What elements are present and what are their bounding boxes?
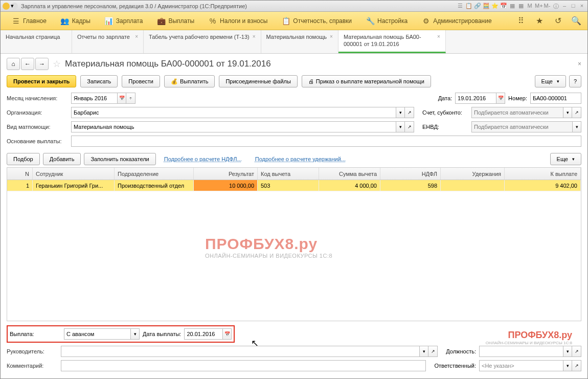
dropdown-icon[interactable]: ▾ — [396, 121, 405, 132]
menu-taxes[interactable]: %Налоги и взносы — [201, 12, 275, 30]
tab-close-icon[interactable]: × — [253, 33, 256, 40]
menu-salary[interactable]: 📊Зарплата — [98, 12, 150, 30]
help-icon[interactable]: ⓘ — [552, 3, 559, 10]
post-button[interactable]: Провести — [122, 75, 160, 87]
post-and-close-button[interactable]: Провести и закрыть — [7, 75, 76, 87]
dropdown-icon[interactable]: ▾ — [563, 346, 572, 357]
calendar-icon[interactable]: 📅 — [117, 93, 126, 104]
table-more-button[interactable]: Еще — [550, 153, 581, 165]
add-button[interactable]: Добавить — [43, 153, 81, 165]
menu-settings[interactable]: 🔧Настройка — [359, 12, 415, 30]
account-input[interactable] — [471, 107, 563, 118]
open-icon[interactable]: ↗ — [572, 360, 581, 371]
clipboard-icon: 📋 — [282, 17, 290, 25]
ndfl-details-link[interactable]: Подробнее о расчете НДФЛ... — [164, 156, 242, 162]
payment-input[interactable] — [64, 328, 130, 340]
month-input[interactable] — [71, 93, 117, 104]
basis-input[interactable] — [71, 136, 581, 147]
tab-start[interactable]: Начальная страница — [1, 30, 72, 53]
col-code[interactable]: Код вычета — [258, 168, 319, 180]
type-input[interactable] — [71, 121, 396, 132]
open-icon[interactable]: ↗ — [572, 346, 581, 357]
history-icon[interactable]: ↺ — [551, 14, 565, 28]
back-button[interactable]: ← — [21, 58, 34, 70]
dropdown-icon[interactable]: ▾ — [572, 121, 581, 132]
manager-input[interactable] — [61, 346, 419, 357]
menu-hr[interactable]: 👥Кадры — [54, 12, 98, 30]
save-button[interactable]: Записать — [80, 75, 118, 87]
tab-mathelp[interactable]: Материальная помощь× — [261, 30, 338, 53]
envd-input[interactable] — [471, 121, 572, 132]
open-icon[interactable]: ↗ — [405, 107, 414, 118]
m-minus-button[interactable]: M- — [544, 3, 551, 10]
menu-admin[interactable]: ⚙Администрирование — [415, 12, 499, 30]
tab-timesheet[interactable]: Табель учета рабочего времени (Т-13)× — [144, 30, 261, 53]
tab-mathelp-doc[interactable]: Материальная помощь БА00-000001 от 19.01… — [338, 30, 446, 53]
menu-main[interactable]: ☰Главное — [5, 12, 54, 30]
tab-close-icon[interactable]: × — [330, 33, 333, 40]
forward-button[interactable]: → — [35, 58, 49, 70]
toolbar-icon[interactable]: ▦ — [509, 3, 516, 10]
apps-icon[interactable]: ⠿ — [514, 14, 528, 28]
col-employee[interactable]: Сотрудник — [33, 168, 115, 180]
date-input[interactable] — [455, 93, 496, 104]
window-titlebar: ▾ Зарплата и управление персоналом, реда… — [1, 1, 587, 12]
col-department[interactable]: Подразделение — [115, 168, 194, 180]
dropdown-icon[interactable]: ▾ — [396, 107, 405, 118]
toolbar-icon[interactable]: ▦ — [517, 3, 525, 10]
select-button[interactable]: Подбор — [7, 153, 40, 165]
open-icon[interactable]: ↗ — [428, 346, 438, 357]
dropdown-icon[interactable]: ▾ — [130, 328, 140, 340]
maximize-icon[interactable]: □ — [570, 3, 577, 10]
col-number[interactable]: N — [7, 168, 33, 180]
col-ndfl[interactable]: НДФЛ — [380, 168, 441, 180]
help-button[interactable]: ? — [569, 75, 581, 87]
star-icon[interactable]: ★ — [532, 14, 547, 28]
stepper-buttons[interactable]: ÷ — [126, 93, 135, 104]
org-input[interactable] — [71, 107, 396, 118]
dropdown-icon[interactable]: ▾ — [563, 360, 572, 371]
home-button[interactable]: ⌂ — [7, 58, 20, 70]
open-icon[interactable]: ↗ — [405, 121, 414, 132]
number-input[interactable] — [530, 93, 581, 104]
position-input[interactable] — [479, 346, 563, 357]
toolbar-icon[interactable]: 📅 — [500, 3, 507, 10]
tab-close-icon[interactable]: × — [437, 33, 440, 40]
app-dropdown-icon[interactable]: ▾ — [11, 3, 18, 10]
col-topay[interactable]: К выплате — [505, 168, 581, 180]
fill-button[interactable]: Заполнить показатели — [84, 153, 155, 165]
dropdown-icon[interactable]: ▾ — [419, 346, 428, 357]
col-sum[interactable]: Сумма вычета — [319, 168, 380, 180]
open-icon[interactable]: ↗ — [572, 107, 581, 118]
calendar-icon[interactable]: 📅 — [222, 328, 232, 340]
toolbar-icon[interactable]: ⭐ — [491, 3, 499, 10]
table-row[interactable]: 1 Геранькин Григорий Гри... Производстве… — [7, 180, 581, 191]
close-icon[interactable]: × — [578, 3, 585, 10]
search-icon[interactable]: 🔍 — [569, 14, 583, 28]
pay-button[interactable]: 💰Выплатить — [164, 75, 215, 87]
minimize-icon[interactable]: – — [561, 3, 568, 10]
more-button[interactable]: Еще — [535, 75, 566, 87]
document-close-icon[interactable]: × — [578, 60, 581, 68]
menu-reports[interactable]: 📋Отчетность, справки — [275, 12, 359, 30]
m-plus-button[interactable]: M+ — [535, 3, 542, 10]
attached-files-button[interactable]: Присоединенные файлы — [219, 75, 297, 87]
m-button[interactable]: M — [526, 3, 533, 10]
toolbar-icon[interactable]: ☰ — [457, 3, 464, 10]
favorite-icon[interactable]: ☆ — [53, 58, 61, 70]
print-order-button[interactable]: 🖨Приказ о выплате материальной помощи — [302, 75, 431, 87]
payment-date-input[interactable] — [184, 328, 222, 340]
deductions-details-link[interactable]: Подробнее о расчете удержаний... — [255, 156, 346, 162]
responsible-input[interactable] — [479, 360, 563, 371]
tab-close-icon[interactable]: × — [135, 33, 138, 40]
col-deductions[interactable]: Удержания — [441, 168, 505, 180]
dropdown-icon[interactable]: ▾ — [563, 107, 572, 118]
toolbar-icon[interactable]: 🧮 — [483, 3, 490, 10]
tab-reports[interactable]: Отчеты по зарплате× — [72, 30, 144, 53]
comment-input[interactable] — [61, 360, 426, 371]
menu-payments[interactable]: 💼Выплаты — [150, 12, 201, 30]
calendar-icon[interactable]: 📅 — [496, 93, 505, 104]
toolbar-icon[interactable]: 📋 — [465, 3, 472, 10]
col-result[interactable]: Результат — [194, 168, 258, 180]
toolbar-icon[interactable]: 🔗 — [474, 3, 481, 10]
